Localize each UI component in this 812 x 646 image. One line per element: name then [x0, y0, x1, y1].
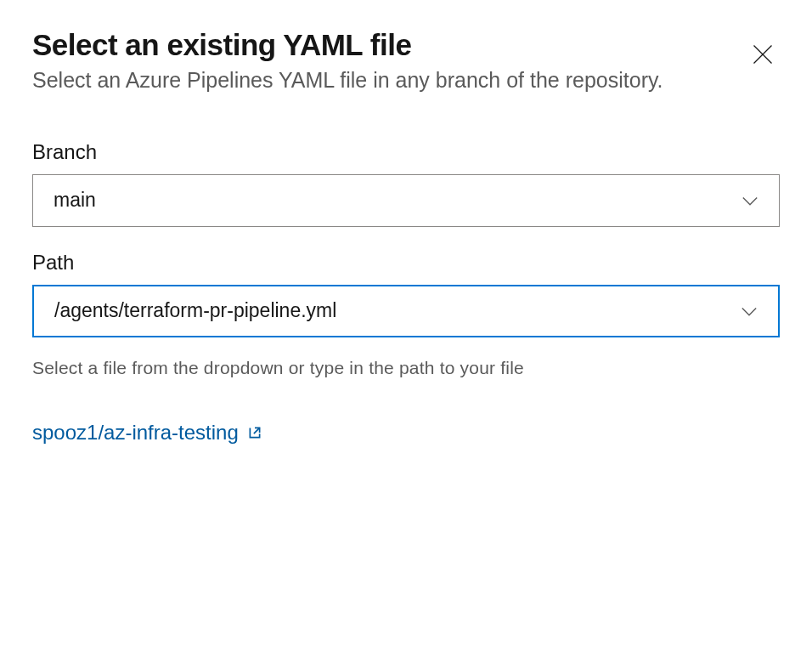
- path-helper-text: Select a file from the dropdown or type …: [32, 358, 780, 378]
- dialog-subtitle: Select an Azure Pipelines YAML file in a…: [32, 66, 729, 94]
- close-button[interactable]: [746, 37, 780, 71]
- svg-line-2: [254, 428, 260, 434]
- repository-link-text: spooz1/az-infra-testing: [32, 421, 239, 445]
- repository-link[interactable]: spooz1/az-infra-testing: [32, 421, 262, 445]
- dialog-title: Select an existing YAML file: [32, 27, 729, 63]
- branch-dropdown[interactable]: main: [32, 174, 780, 227]
- branch-value: main: [54, 189, 96, 212]
- path-label: Path: [32, 251, 780, 275]
- external-link-icon: [247, 425, 262, 440]
- path-value: /agents/terraform-pr-pipeline.yml: [54, 299, 336, 322]
- close-icon: [751, 42, 775, 66]
- chevron-down-icon: [738, 189, 762, 212]
- chevron-down-icon: [737, 299, 761, 323]
- branch-label: Branch: [32, 140, 780, 164]
- path-dropdown[interactable]: /agents/terraform-pr-pipeline.yml: [32, 285, 780, 337]
